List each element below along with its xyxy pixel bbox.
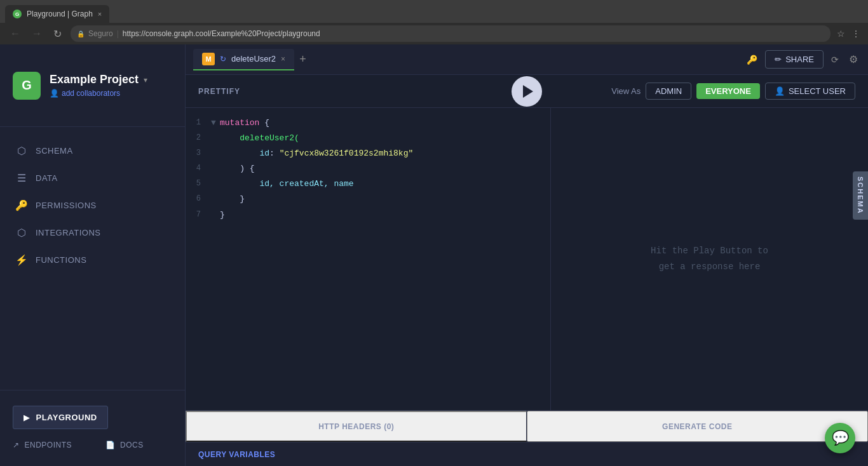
code-line-6: 6 } [186,192,550,207]
sidebar-footer: ↗ ENDPOINTS 📄 DOCS [0,434,185,456]
response-hint: Hit the Play Button to get a response he… [651,243,768,275]
sidebar-item-label-permissions: PERMISSIONS [36,201,97,210]
code-line-2: 2 deleteUser2( [186,131,550,146]
code-line-4: 4 ) { [186,161,550,176]
sidebar-item-label-data: DATA [36,173,58,183]
query-variables-label: QUERY VARIABLES [198,450,275,459]
sidebar-item-permissions[interactable]: 🔑 PERMISSIONS [0,192,185,219]
endpoints-icon: ↗ [13,441,20,449]
view-as-label: View As [611,86,641,96]
tab-title: Playground | Graph [27,10,93,18]
sidebar-item-docs[interactable]: 📄 DOCS [93,434,186,456]
docs-icon: 📄 [105,441,116,449]
generate-code-button[interactable]: GENERATE CODE [527,411,869,442]
project-info: Example Project ▾ 👤 add collaborators [50,73,172,98]
person-icon: 👤 [50,89,59,98]
sidebar-bottom: ▶ PLAYGROUND ↗ ENDPOINTS 📄 DOCS [0,390,185,466]
lock-icon: 🔒 [77,30,85,37]
admin-button[interactable]: ADMIN [646,83,691,100]
project-name: Example Project [50,73,139,86]
code-response-split: 1 ▼ mutation { 2 deleteUser2( 3 [186,108,868,410]
data-icon: ☰ [15,172,28,184]
sidebar-nav: ⬡ SCHEMA ☰ DATA 🔑 PERMISSIONS ⬡ INTEGRAT… [0,127,185,390]
url-protocol: Seguro [88,29,113,38]
editor-panel: PRETTIFY View As ADMIN EVERYONE 👤 SELECT… [186,75,868,466]
main-content: M ↻ deleteUser2 × + 🔑 ✏ SHARE ⟳ ⚙ [186,44,868,466]
endpoints-label: ENDPOINTS [25,441,72,449]
tab-sync-icon: ↻ [220,55,226,63]
http-headers-button[interactable]: HTTP HEADERS (0) [186,411,527,442]
sidebar-item-label-functions: FUNCTIONS [36,255,86,265]
code-line-1: 1 ▼ mutation { [186,116,550,131]
play-icon: ▶ [24,413,30,422]
sidebar-item-functions[interactable]: ⚡ FUNCTIONS [0,246,185,274]
share-icon: ✏ [775,55,782,64]
play-button[interactable] [512,76,542,107]
everyone-button[interactable]: EVERYONE [696,83,760,99]
bookmark-icon[interactable]: ☆ [837,29,845,39]
settings-button[interactable]: ⚙ [846,51,860,68]
sidebar-item-schema[interactable]: ⬡ SCHEMA [0,137,185,164]
chat-button[interactable]: 💬 [825,423,855,453]
tab-close-button[interactable]: × [281,55,285,63]
browser-tabs: G Playground | Graph × [0,0,868,23]
code-editor[interactable]: 1 ▼ mutation { 2 deleteUser2( 3 [186,108,550,410]
tab-avatar: M [202,53,215,65]
sidebar-item-label-integrations: INTEGRATIONS [36,228,101,237]
back-button[interactable]: ← [8,25,23,42]
tab-close-browser[interactable]: × [98,10,102,18]
playground-button[interactable]: ▶ PLAYGROUND [13,406,108,429]
forward-button[interactable]: → [29,25,44,42]
sidebar: G Example Project ▾ 👤 add collaborators … [0,44,186,466]
browser-tab[interactable]: G Playground | Graph × [5,5,109,23]
sidebar-item-label-schema: SCHEMA [36,146,73,156]
docs-label: DOCS [120,441,144,449]
integrations-icon: ⬡ [15,227,28,239]
permissions-icon: 🔑 [15,199,28,211]
sidebar-item-integrations[interactable]: ⬡ INTEGRATIONS [0,219,185,246]
code-line-7: 7 } [186,208,550,223]
query-variables-bar[interactable]: QUERY VARIABLES [186,442,868,466]
dropdown-arrow-icon[interactable]: ▾ [144,76,147,84]
tab-delete-user2[interactable]: M ↻ deleteUser2 × [193,49,294,70]
bottom-bar: HTTP HEADERS (0) GENERATE CODE [186,410,868,442]
browser-chrome: G Playground | Graph × ← → ↻ 🔒 Seguro | … [0,0,868,44]
history-button[interactable]: ⟳ [829,52,841,67]
url-text: https://console.graph.cool/Example%20Pro… [123,29,320,38]
view-as-controls: View As ADMIN EVERYONE 👤 SELECT USER [611,83,855,100]
sidebar-header: G Example Project ▾ 👤 add collaborators [0,44,185,127]
key-icon-btn[interactable]: 🔑 [744,52,760,67]
sidebar-item-endpoints[interactable]: ↗ ENDPOINTS [0,434,93,456]
share-button[interactable]: ✏ SHARE [765,50,824,69]
select-user-button[interactable]: 👤 SELECT USER [765,83,855,100]
tab-name: deleteUser2 [231,54,276,63]
response-panel: Hit the Play Button to get a response he… [550,108,868,410]
prettify-button[interactable]: PRETTIFY [198,87,240,96]
code-line-3: 3 id: "cjfvcx8w3261f0192s2mhi8kg" [186,146,550,161]
app-logo: G [13,72,41,100]
browser-address-bar: ← → ↻ 🔒 Seguro | https://console.graph.c… [0,23,868,44]
functions-icon: ⚡ [15,254,28,266]
schema-side-tab[interactable]: SCHEMA [853,171,868,220]
tabs-actions: 🔑 ✏ SHARE ⟳ ⚙ [744,50,860,69]
select-user-icon: 👤 [775,86,785,96]
tabs-bar: M ↻ deleteUser2 × + 🔑 ✏ SHARE ⟳ ⚙ [186,44,868,75]
playground-label: PLAYGROUND [36,413,97,422]
play-triangle-icon [523,85,533,98]
share-label: SHARE [785,55,814,64]
editor-toolbar-row: PRETTIFY View As ADMIN EVERYONE 👤 SELECT… [186,75,868,108]
address-bar[interactable]: 🔒 Seguro | https://console.graph.cool/Ex… [71,25,831,42]
select-user-label: SELECT USER [789,86,846,96]
add-collaborators-link[interactable]: 👤 add collaborators [50,89,172,98]
more-options-icon[interactable]: ⋮ [851,29,860,39]
editor-response-area: PRETTIFY View As ADMIN EVERYONE 👤 SELECT… [186,75,868,466]
sidebar-item-data[interactable]: ☰ DATA [0,164,185,192]
tab-favicon: G [13,10,22,18]
reload-button[interactable]: ↻ [51,25,64,43]
app: G Example Project ▾ 👤 add collaborators … [0,44,868,466]
chat-icon: 💬 [832,430,849,446]
code-line-5: 5 id, createdAt, name [186,176,550,192]
add-tab-button[interactable]: + [297,50,309,69]
schema-icon: ⬡ [15,145,28,157]
